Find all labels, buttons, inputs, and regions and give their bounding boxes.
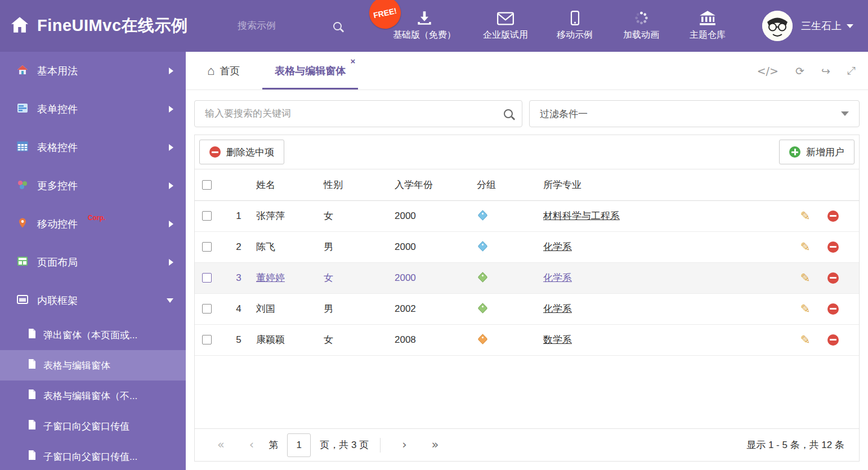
nav-item-enterprise-trial[interactable]: 企业版试用	[483, 12, 528, 41]
code-icon[interactable]: </>	[757, 65, 778, 77]
chevron-down-icon	[847, 24, 853, 28]
row-checkbox[interactable]	[202, 273, 212, 283]
table-row[interactable]: 1 张萍萍 女 2000 材料科学与工程系 ✎	[195, 200, 859, 231]
major-link[interactable]: 数学系	[543, 334, 572, 345]
user-menu[interactable]: 三生石上	[801, 19, 853, 33]
edit-icon[interactable]: ✎	[800, 333, 811, 347]
tab-bar: ⌂ 首页 表格与编辑窗体 × </> ⟳ ↪ ⤢	[186, 52, 868, 90]
tab-label: 首页	[220, 64, 240, 78]
delete-selected-button[interactable]: 删除选中项	[199, 140, 284, 164]
sidebar-item-more-controls[interactable]: 更多控件	[0, 167, 186, 205]
delete-row-icon[interactable]	[827, 211, 839, 222]
user-name: 三生石上	[801, 19, 842, 33]
tab-grid-edit-window[interactable]: 表格与编辑窗体 ×	[262, 52, 358, 89]
major-link[interactable]: 化学系	[543, 303, 572, 314]
search-icon[interactable]	[504, 109, 513, 118]
page-prefix-label: 第	[269, 438, 278, 451]
logo-area[interactable]: FineUIMvc在线示例	[0, 15, 236, 37]
tag-icon	[477, 334, 487, 344]
table-row[interactable]: 3 董婷婷 女 2000 化学系 ✎	[195, 262, 859, 293]
file-icon	[28, 359, 36, 371]
column-header-group: 分组	[476, 169, 543, 200]
edit-icon[interactable]: ✎	[800, 209, 811, 223]
download-icon	[417, 11, 432, 25]
first-page-icon[interactable]: «	[217, 439, 225, 451]
chevron-right-icon	[169, 259, 173, 266]
delete-row-icon[interactable]	[827, 241, 839, 253]
row-checkbox[interactable]	[202, 335, 212, 344]
edit-icon[interactable]: ✎	[800, 302, 811, 316]
select-all-checkbox[interactable]	[202, 180, 212, 190]
delete-row-icon[interactable]	[827, 272, 839, 284]
frame-icon	[17, 294, 28, 307]
tab-home[interactable]: ⌂ 首页	[195, 52, 252, 89]
last-page-icon[interactable]: »	[432, 439, 439, 451]
sidebar: 基本用法 表单控件 表格控件 更多控件	[0, 52, 186, 470]
sidebar-item-mobile-controls[interactable]: 移动控件 Corp.	[0, 205, 186, 243]
sidebar-subitem-grid-edit-window[interactable]: 表格与编辑窗体	[0, 350, 186, 381]
cell-year: 2000	[394, 262, 476, 293]
edit-icon[interactable]: ✎	[800, 271, 811, 285]
close-icon[interactable]: ×	[351, 57, 356, 65]
sidebar-subitem-grid-edit-window-no[interactable]: 表格与编辑窗体（不...	[0, 381, 186, 411]
header-search-input[interactable]	[236, 20, 321, 32]
cell-year: 2002	[394, 293, 476, 324]
delete-button-label: 删除选中项	[226, 146, 274, 159]
envelope-icon	[497, 12, 514, 25]
delete-row-icon[interactable]	[827, 334, 839, 346]
nav-item-loading-animation[interactable]: 加载动画	[621, 11, 661, 41]
major-link[interactable]: 材料科学与工程系	[543, 211, 620, 221]
table-row[interactable]: 5 康颖颖 女 2008 数学系 ✎	[195, 324, 859, 355]
major-link[interactable]: 化学系	[543, 241, 572, 252]
expand-icon[interactable]: ⤢	[847, 64, 856, 77]
sidebar-item-label: 移动控件	[37, 217, 78, 231]
forward-icon[interactable]: ↪	[821, 65, 830, 77]
table-row[interactable]: 4 刘国 男 2002 化学系 ✎	[195, 293, 859, 324]
chevron-right-icon	[169, 221, 173, 227]
file-icon	[28, 450, 36, 463]
sidebar-item-basic-usage[interactable]: 基本用法	[0, 52, 186, 90]
plus-circle-icon	[789, 146, 800, 158]
form-icon	[17, 103, 28, 116]
table-row[interactable]: 2 陈飞 男 2000 化学系 ✎	[195, 231, 859, 262]
sidebar-subitem-child-to-parent-2[interactable]: 子窗口向父窗口传值...	[0, 441, 186, 470]
sidebar-item-grid-controls[interactable]: 表格控件	[0, 128, 186, 167]
search-icon[interactable]	[333, 22, 342, 30]
prev-page-icon[interactable]: ‹	[249, 439, 254, 451]
header-nav: FREE! 基础版（免费） 企业版试用 移动示例	[393, 11, 727, 41]
grid-panel: 删除选中项 新增用户	[194, 135, 860, 462]
add-user-button[interactable]: 新增用户	[779, 140, 854, 164]
row-checkbox[interactable]	[202, 304, 212, 314]
cell-name: 康颖颖	[256, 324, 323, 355]
layout-icon	[17, 256, 28, 269]
keyword-search-input[interactable]	[204, 108, 498, 120]
sidebar-subitem-popup-window[interactable]: 弹出窗体（本页面或...	[0, 320, 186, 350]
sidebar-item-inline-frame[interactable]: 内联框架	[0, 281, 186, 320]
sidebar-subitem-label: 子窗口向父窗口传值...	[43, 450, 137, 463]
page-number-input[interactable]	[287, 433, 311, 457]
nav-item-theme-repository[interactable]: 主题仓库	[688, 11, 727, 41]
next-page-icon[interactable]: ›	[402, 439, 406, 451]
cell-year: 2008	[394, 324, 476, 355]
nav-item-mobile-demo[interactable]: 移动示例	[555, 11, 594, 41]
cell-gender: 女	[323, 200, 394, 231]
file-icon	[28, 390, 36, 402]
sidebar-subitem-child-to-parent[interactable]: 子窗口向父窗口传值	[0, 411, 186, 441]
row-checkbox[interactable]	[202, 242, 212, 252]
refresh-icon[interactable]: ⟳	[795, 65, 804, 77]
filter-dropdown[interactable]: 过滤条件一	[529, 100, 860, 127]
major-link[interactable]: 化学系	[543, 272, 572, 283]
minus-circle-icon	[209, 146, 221, 158]
sidebar-item-page-layout[interactable]: 页面布局	[0, 243, 186, 281]
sidebar-item-form-controls[interactable]: 表单控件	[0, 90, 186, 128]
grid-toolbar: 删除选中项 新增用户	[195, 135, 859, 169]
delete-row-icon[interactable]	[827, 303, 839, 315]
row-checkbox[interactable]	[202, 211, 212, 221]
spinner-icon	[634, 11, 649, 25]
nav-item-basic-edition[interactable]: FREE! 基础版（免费）	[393, 11, 456, 41]
tab-actions: </> ⟳ ↪ ⤢	[757, 64, 859, 77]
edit-icon[interactable]: ✎	[800, 240, 811, 254]
row-number: 4	[222, 293, 256, 324]
nav-item-label: 基础版（免费）	[393, 29, 456, 41]
user-avatar[interactable]	[762, 11, 793, 41]
